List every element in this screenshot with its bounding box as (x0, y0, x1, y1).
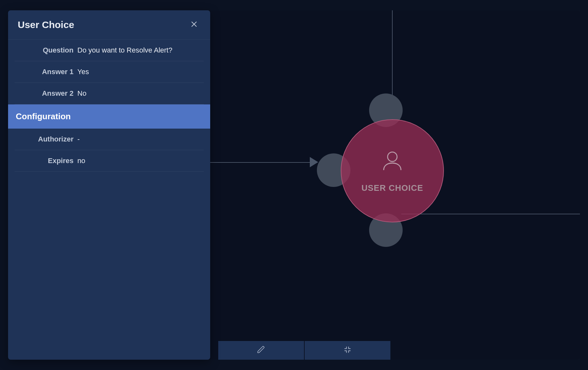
expires-value: no (77, 157, 85, 165)
user-icon (380, 149, 405, 175)
app: USER CHOICE (0, 0, 588, 370)
close-icon (190, 20, 198, 29)
arrow-into-node-icon (310, 157, 318, 167)
svg-point-0 (387, 152, 397, 161)
answer-2-label: Answer 2 (15, 89, 77, 98)
authorizer-value: - (77, 135, 80, 143)
answer-1-row: Answer 1 Yes (15, 61, 204, 83)
question-row: Question Do you want to Resolve Alert? (15, 40, 204, 61)
collapse-button[interactable] (305, 341, 390, 360)
close-panel-button[interactable] (188, 18, 201, 31)
collapse-icon (343, 346, 352, 355)
panel-header: User Choice (8, 10, 210, 40)
canvas-bottom-toolbar (218, 341, 390, 360)
authorizer-row: Authorizer - (15, 129, 204, 150)
edit-button[interactable] (218, 341, 304, 360)
panel-body: Question Do you want to Resolve Alert? A… (8, 40, 210, 172)
answer-2-row: Answer 2 No (15, 83, 204, 104)
node-label: USER CHOICE (361, 183, 423, 193)
question-group: Question Do you want to Resolve Alert? A… (8, 40, 210, 104)
pencil-icon (257, 346, 265, 355)
question-label: Question (15, 46, 77, 54)
answer-1-value: Yes (77, 68, 89, 76)
edge-right (401, 214, 580, 214)
panel-title: User Choice (18, 19, 74, 30)
configuration-section-header[interactable]: Configuration (8, 104, 210, 129)
answer-1-label: Answer 1 (15, 68, 77, 76)
authorizer-label: Authorizer (15, 135, 77, 143)
details-panel: User Choice Question Do you want to Reso… (8, 10, 210, 360)
edge-top (392, 10, 393, 103)
expires-label: Expires (15, 157, 77, 165)
user-choice-node[interactable]: USER CHOICE (341, 119, 444, 222)
expires-row: Expires no (15, 150, 204, 172)
answer-2-value: No (77, 89, 86, 98)
question-value: Do you want to Resolve Alert? (77, 46, 172, 54)
configuration-group: Authorizer - Expires no (8, 129, 210, 172)
